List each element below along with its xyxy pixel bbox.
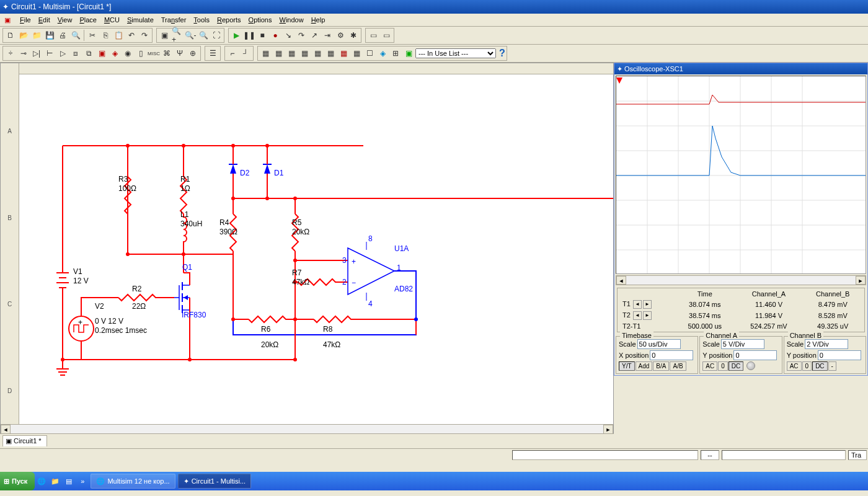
- run-icon[interactable]: ▶: [230, 29, 242, 42]
- t1-right-icon[interactable]: ►: [643, 300, 652, 309]
- stop-icon[interactable]: ■: [256, 29, 268, 42]
- start-button[interactable]: ⊞ Пуск: [0, 472, 35, 490]
- redo-icon[interactable]: ↷: [138, 29, 151, 42]
- step-into-icon[interactable]: ↘: [282, 29, 294, 42]
- hierarchy-icon[interactable]: ☰: [206, 47, 219, 60]
- cha-0-button[interactable]: 0: [718, 361, 728, 371]
- grid-9-icon[interactable]: ◈: [376, 47, 389, 60]
- step-out-icon[interactable]: ↗: [308, 29, 321, 42]
- menu-place[interactable]: Place: [76, 15, 100, 25]
- menu-options[interactable]: Options: [245, 15, 276, 25]
- oscilloscope-scrollbar[interactable]: ◄ ►: [616, 275, 866, 285]
- ql-chrome-icon[interactable]: 🌐: [36, 476, 47, 487]
- chb-0-button[interactable]: 0: [802, 361, 812, 371]
- step-over-icon[interactable]: ↷: [295, 29, 308, 42]
- grid-6-icon[interactable]: ▦: [324, 47, 337, 60]
- t2-left-icon[interactable]: ◄: [633, 311, 642, 320]
- place-cmos-icon[interactable]: ⧉: [82, 47, 95, 60]
- place-basic-icon[interactable]: ⊸: [17, 47, 30, 60]
- chb-ac-button[interactable]: AC: [787, 361, 802, 371]
- pause-icon[interactable]: ❚❚: [243, 29, 255, 42]
- ab-button[interactable]: A/B: [670, 361, 686, 371]
- zoom-out-icon[interactable]: 🔍-: [184, 29, 197, 42]
- grid-8-icon[interactable]: ☐: [363, 47, 376, 60]
- menu-file[interactable]: File: [16, 15, 35, 25]
- scroll-left-icon[interactable]: ◄: [616, 276, 626, 285]
- menu-edit[interactable]: Edit: [35, 15, 54, 25]
- cha-scale-input[interactable]: [721, 339, 764, 349]
- help-icon[interactable]: ?: [499, 48, 505, 59]
- canvas-scrollbar-horizontal[interactable]: ◄ ►: [1, 424, 613, 434]
- print-icon[interactable]: 🖨: [56, 29, 69, 42]
- menu-window[interactable]: Window: [275, 15, 307, 25]
- cha-ac-button[interactable]: AC: [702, 361, 717, 371]
- place-misc-digital-icon[interactable]: ▣: [95, 47, 108, 60]
- cha-knob[interactable]: [746, 361, 755, 370]
- grid-3-icon[interactable]: ▦: [285, 47, 298, 60]
- timebase-xpos-input[interactable]: [650, 350, 693, 360]
- menu-help[interactable]: Help: [308, 15, 329, 25]
- paste-icon[interactable]: 📋: [112, 29, 125, 42]
- place-ttl-icon[interactable]: ⧈: [69, 47, 82, 60]
- place-source-icon[interactable]: ÷: [4, 47, 17, 60]
- place-mixed-icon[interactable]: ◈: [108, 47, 121, 60]
- grid-red-icon[interactable]: ▦: [337, 47, 350, 60]
- cut-icon[interactable]: ✂: [86, 29, 99, 42]
- place-indicator-icon[interactable]: ◉: [122, 47, 134, 60]
- cha-dc-button[interactable]: DC: [728, 361, 743, 371]
- sim-settings-icon[interactable]: ⚙: [334, 29, 347, 42]
- open-project-icon[interactable]: 📁: [30, 29, 43, 42]
- new-icon[interactable]: 🗋: [4, 29, 17, 42]
- ql-explorer-icon[interactable]: 📁: [50, 476, 61, 487]
- place-electro-icon[interactable]: ⊕: [187, 47, 199, 60]
- grid-5-icon[interactable]: ▦: [311, 47, 324, 60]
- place-misc-icon[interactable]: MISC: [148, 47, 160, 60]
- cha-ypos-input[interactable]: [733, 350, 777, 360]
- place-rf-icon[interactable]: Ψ: [174, 47, 186, 60]
- taskbar-item-browser[interactable]: 🌐 Multisim 12 не кор...: [91, 474, 175, 489]
- zoom-in-icon[interactable]: 🔍+: [171, 29, 184, 42]
- scroll-right-icon[interactable]: ►: [856, 276, 866, 285]
- place-advanced-icon[interactable]: ⌘: [161, 47, 173, 60]
- tab-circuit1[interactable]: ▣ Circuit1 *: [2, 435, 47, 446]
- instrument-1-icon[interactable]: ▭: [367, 29, 379, 42]
- place-diode-icon[interactable]: ▷|: [30, 47, 43, 60]
- grid-11-icon[interactable]: ▣: [402, 47, 415, 60]
- ba-button[interactable]: B/A: [653, 361, 669, 371]
- add-button[interactable]: Add: [636, 361, 653, 371]
- step-icon[interactable]: ⇥: [321, 29, 334, 42]
- place-wire-icon[interactable]: ⌐: [226, 47, 239, 60]
- t1-left-icon[interactable]: ◄: [633, 300, 642, 309]
- place-power-icon[interactable]: ▯: [135, 47, 147, 60]
- circuit-schematic[interactable]: + − +: [19, 74, 614, 428]
- yt-button[interactable]: Y/T: [619, 361, 635, 371]
- grid-2-icon[interactable]: ▦: [272, 47, 285, 60]
- grid-10-icon[interactable]: ⊞: [389, 47, 402, 60]
- grid-7-icon[interactable]: ▦: [350, 47, 363, 60]
- ql-app-icon[interactable]: ▤: [63, 476, 74, 487]
- copy-icon[interactable]: ⎘: [99, 29, 112, 42]
- scroll-track[interactable]: [11, 425, 603, 434]
- ql-more-icon[interactable]: »: [77, 476, 88, 487]
- scroll-track[interactable]: [626, 276, 856, 285]
- menu-reports[interactable]: Reports: [213, 15, 245, 25]
- save-icon[interactable]: 💾: [43, 29, 56, 42]
- grid-1-icon[interactable]: ▦: [259, 47, 272, 60]
- open-icon[interactable]: 📂: [17, 29, 30, 42]
- sim-analysis-icon[interactable]: ✱: [347, 29, 360, 42]
- t2-right-icon[interactable]: ►: [643, 311, 652, 320]
- undo-icon[interactable]: ↶: [125, 29, 138, 42]
- oscilloscope-screen[interactable]: [616, 76, 866, 274]
- fullscreen-icon[interactable]: ▣: [158, 29, 170, 42]
- chb-dc-button[interactable]: DC: [812, 361, 827, 371]
- chb-scale-input[interactable]: [805, 339, 848, 349]
- chb-invert-button[interactable]: -: [828, 361, 836, 371]
- instrument-2-icon[interactable]: ▭: [380, 29, 392, 42]
- menu-tools[interactable]: Tools: [190, 15, 213, 25]
- zoom-area-icon[interactable]: 🔍: [197, 29, 210, 42]
- in-use-list-select[interactable]: --- In Use List ---: [415, 48, 496, 58]
- zoom-fit-icon[interactable]: ⛶: [210, 29, 223, 42]
- grid-4-icon[interactable]: ▦: [298, 47, 311, 60]
- record-icon[interactable]: ●: [269, 29, 281, 42]
- menu-mcu[interactable]: MCU: [100, 15, 123, 25]
